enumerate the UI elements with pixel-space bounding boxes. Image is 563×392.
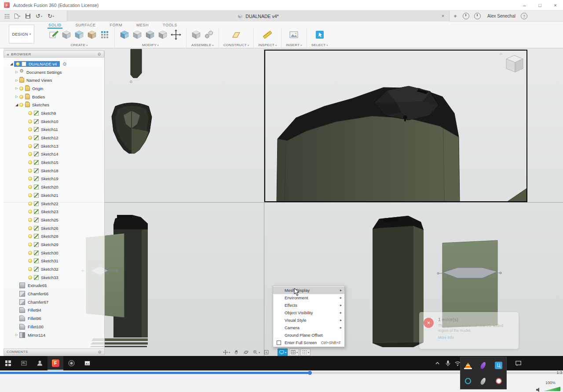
tree-item[interactable]: Sketches [4,101,104,109]
sketch-row[interactable]: Sketch11 [4,126,104,134]
sketch-row[interactable]: Sketch31 [4,257,104,265]
visibility-bulb-icon[interactable] [28,136,32,140]
volume-slider[interactable] [544,387,560,391]
expand-arrow-icon[interactable] [14,79,19,82]
visibility-bulb-icon[interactable] [28,169,32,173]
feature-row[interactable]: Chamfer67 [4,298,104,306]
fillet-icon[interactable] [132,29,143,40]
pan-button[interactable]: ▾ [222,348,231,356]
document-tab[interactable]: DUALNADE v4* × [67,11,450,22]
new-component-icon[interactable] [191,29,201,40]
sketch-row[interactable]: Sketch25 [4,216,104,224]
visibility-bulb-icon[interactable] [28,259,32,263]
tree-item[interactable]: Origin [4,84,104,93]
collapse-panel-icon[interactable]: ◀ [7,53,9,56]
sketch-row[interactable]: Sketch22 [4,200,104,208]
visibility-bulb-icon[interactable] [19,95,23,99]
context-menu-item[interactable]: Camera ▸ [273,324,344,331]
sketch-row[interactable]: Sketch19 [4,175,104,183]
taskbar-fusion-active[interactable]: F [48,356,63,370]
group-label-construct[interactable]: CONSTRUCT [223,43,249,47]
visibility-bulb-icon[interactable] [28,243,32,247]
sketch-row[interactable]: Sketch20 [4,183,104,191]
expand-arrow-icon[interactable] [14,95,19,98]
view-cube[interactable]: ⌂ [501,51,528,77]
feature-row[interactable]: Extrude65 [4,282,104,290]
sketch-row[interactable]: Sketch15 [4,158,104,167]
expand-arrow-icon[interactable] [14,333,19,337]
visibility-bulb-icon[interactable] [28,210,32,214]
visibility-bulb-icon[interactable] [16,62,20,66]
tree-root-row[interactable]: DUALNADE v4 ⊙ [4,60,104,68]
comments-options-icon[interactable]: ⊙ [98,350,102,354]
sketch-row[interactable]: Sketch23 [4,207,104,216]
seek-bar-knob[interactable] [308,371,312,375]
feature-row[interactable]: Chamfer66 [4,290,104,298]
comments-bar[interactable]: COMMENTS ⊙ [4,348,105,355]
visibility-bulb-icon[interactable] [28,120,32,123]
select-tool-icon[interactable] [314,29,325,40]
close-tab-icon[interactable]: × [439,12,446,19]
visibility-bulb-icon[interactable] [28,111,32,115]
group-label-modify[interactable]: MODIFY [142,43,159,47]
taskbar-photos[interactable] [79,356,95,370]
context-menu-item[interactable]: Mesh Display ▸ [273,287,344,294]
sketch-row[interactable]: Sketch9 [4,109,104,117]
hand-pan-button[interactable] [232,348,241,356]
context-menu-item[interactable]: Object Visibility ▸ [273,309,344,316]
maximize-button[interactable]: □ [532,0,548,10]
user-account-button[interactable]: Alex Senechal [483,14,520,18]
sketch-row[interactable]: Sketch30 [4,249,104,257]
context-menu-item[interactable]: Enter Full Screen Ctrl+Shift+F ▸ [273,339,344,346]
panel-options-icon[interactable]: ⊙ [98,52,101,56]
joint-icon[interactable] [204,29,214,40]
purple-feather-app-icon[interactable] [480,361,487,369]
teal-ring-app-icon[interactable] [465,378,471,384]
new-tab-button[interactable]: + [451,12,459,20]
revolve-icon[interactable] [74,29,84,40]
grid-snaps-button[interactable]: ▾ [300,348,311,356]
zoom-button[interactable]: ▾ [252,348,261,356]
move-copy-icon[interactable] [170,29,182,40]
visibility-bulb-icon[interactable] [28,177,32,181]
sketch-row[interactable]: Sketch29 [4,240,104,249]
taskbar-recorder[interactable] [63,356,79,370]
gray-feather-app-icon[interactable] [480,377,487,385]
error-toast[interactable]: × 1 error(s) The operation could not hea… [419,312,519,349]
display-settings-button[interactable]: ▾ [278,348,288,356]
speaker-icon[interactable] [536,386,541,392]
shell-icon[interactable] [145,29,155,40]
orbit-button[interactable] [242,348,250,356]
context-menu-item[interactable]: Effects ▸ [273,301,344,309]
home-view-icon[interactable]: ⌂ [500,51,502,56]
visibility-bulb-icon[interactable] [28,193,32,197]
group-label-select[interactable]: SELECT [311,43,328,47]
taskbar-people[interactable] [32,356,48,370]
visibility-bulb-icon[interactable] [28,234,32,238]
start-button[interactable] [0,356,16,370]
expand-arrow-icon[interactable] [14,87,19,90]
undo-button[interactable]: ↺▾ [33,11,45,22]
visibility-bulb-icon[interactable] [28,152,32,156]
blue-app-icon[interactable] [495,362,502,369]
tree-item[interactable]: Bodies [4,93,104,101]
extrude-icon[interactable] [61,29,72,40]
sketch-row[interactable]: Sketch28 [4,232,104,240]
minimize-button[interactable]: – [517,0,532,10]
visibility-bulb-icon[interactable] [28,127,32,131]
sketch-row[interactable]: Sketch21 [4,191,104,200]
file-menu-button[interactable]: ▾ [12,11,23,22]
feature-row[interactable]: Mirror114 [4,331,104,339]
action-center-icon[interactable] [510,356,526,370]
visibility-bulb-icon[interactable] [28,218,32,222]
tree-item[interactable]: Document Settings [4,68,104,76]
group-label-assemble[interactable]: ASSEMBLE [191,43,214,47]
sketch-row[interactable]: Sketch13 [4,142,104,150]
visibility-bulb-icon[interactable] [28,185,32,189]
view-top-left-model[interactable] [112,49,152,153]
visibility-bulb-icon[interactable] [28,160,32,164]
measure-icon[interactable] [262,29,273,40]
visibility-bulb-icon[interactable] [28,226,32,230]
ground-options-icon[interactable]: ⊙ [62,62,66,66]
error-more-info-link[interactable]: More Info [438,335,514,340]
